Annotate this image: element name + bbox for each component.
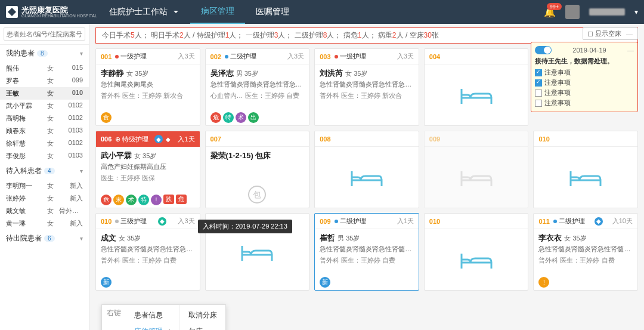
card-header: 007 xyxy=(206,131,309,147)
card-footer: ! xyxy=(534,275,637,290)
level-dot xyxy=(335,55,338,58)
menu-item[interactable]: 患者信息 xyxy=(126,307,179,323)
card-header: 010三级护理◆入3天 xyxy=(96,214,200,229)
minimize-icon[interactable]: — xyxy=(626,30,633,38)
patient-meta: 女 35岁 xyxy=(134,152,156,159)
card-header: 010 xyxy=(534,131,637,147)
bed-card[interactable]: 010三级护理◆入3天 成文女 35岁 急性肾髓炎肾髓炎肾急性肾急性肾… 普外科… xyxy=(95,213,200,291)
section-title[interactable]: 待入科患者4▾ xyxy=(0,162,89,180)
menu-item[interactable]: 床位管理› xyxy=(126,323,179,330)
tag-icon: 出 xyxy=(248,112,259,123)
station-name[interactable]: 住院护士工作站 xyxy=(109,7,168,17)
search-input[interactable] xyxy=(4,27,85,41)
note-item[interactable]: 注意事项 xyxy=(535,78,634,88)
context-menu[interactable]: 右键 患者信息床位管理›转科包床 取消分床包床换床 xyxy=(101,304,226,330)
card-header: 006⊕特级护理◆◆入1天 xyxy=(96,131,200,147)
patient-name: 李明翔一 xyxy=(6,181,47,190)
patient-bed: 0102 xyxy=(59,101,83,110)
section-count: 6 xyxy=(44,235,55,242)
note-item[interactable]: 注意事项 xyxy=(535,98,634,108)
patient-gender: 女 xyxy=(47,64,59,73)
patient-row[interactable]: 武小平霖女0102 xyxy=(0,100,89,112)
tag-icon: 食 xyxy=(101,112,112,123)
bed-card[interactable]: 010 xyxy=(533,131,638,208)
bed-card[interactable]: 003一级护理入3天 刘洪芮女 35岁 急性肾髓炎肾髓炎肾急性肾急性肾髓… 普外… xyxy=(314,48,419,126)
patient-name: 武小平霖 xyxy=(6,101,47,110)
bell-icon[interactable]: 🔔99+ xyxy=(544,7,556,18)
patient-bed: 新入 xyxy=(59,194,83,203)
bed-number: 007 xyxy=(210,135,221,143)
nurse-level: 特级护理 xyxy=(122,135,148,144)
bed-card[interactable]: 009二级护理入1天 崔哲男 35岁 急性肾髓炎肾髓炎肾急性肾髓急性肾… 普外科… xyxy=(314,213,419,291)
patient-bed: 099 xyxy=(59,76,83,85)
patient-row[interactable]: 李俊彤女0103 xyxy=(0,150,89,162)
bed-card[interactable]: 001一级护理入3天 李静静女 35岁 急性阑尾炎阑尾炎 普外科 医生：王婷婷 … xyxy=(95,48,200,126)
tag-icon: 特 xyxy=(138,195,149,205)
checkbox-icon[interactable] xyxy=(535,90,542,97)
bed-number: 010 xyxy=(101,218,112,225)
patient-row[interactable]: 罗春女099 xyxy=(0,75,89,87)
bed-card[interactable]: 002二级护理入3天 吴泽志男 35岁 急性肾髓炎肾髓炎肾急性肾急性肾髓… 心血… xyxy=(205,48,310,126)
patient-row[interactable]: 徐轩慧女0102 xyxy=(0,137,89,150)
patient-bed: 0102 xyxy=(59,139,83,148)
bed-number: 008 xyxy=(320,135,330,143)
patient-row[interactable]: 高明梅女0102 xyxy=(0,112,89,125)
diagnosis: 急性肾髓炎肾髓炎肾急性肾急性肾髓… xyxy=(320,80,414,89)
bed-card[interactable]: 006⊕特级护理◆◆入1天 武小平霖女 35岁 高危产妇妊娠期高血压 医生：王婷… xyxy=(95,131,200,208)
patient-name: 张婷婷 xyxy=(6,194,47,203)
tooltip-label: 入科时间： xyxy=(203,223,236,230)
station-dropdown-icon[interactable] xyxy=(174,11,178,13)
patient-name: 徐轩慧 xyxy=(6,139,47,148)
notepad-switch[interactable] xyxy=(535,46,552,54)
patient-name: 黄一琳 xyxy=(6,219,47,228)
chevron-down-icon[interactable]: ▾ xyxy=(634,8,638,16)
notepad[interactable]: 2019-04-19 — 接待王先生，数据需处理。 注意事项注意事项注意事项注意… xyxy=(531,42,638,112)
dept-info: 普外科 医生：王婷婷 新农合 xyxy=(320,91,414,100)
patient-row[interactable]: 熊伟女015 xyxy=(0,62,89,75)
menu-item[interactable]: 包床 xyxy=(180,323,225,330)
nav-tab[interactable]: 病区管理 xyxy=(190,0,245,24)
nurse-level: 一级护理 xyxy=(340,52,366,61)
hospital-en: GUANGXI REHABILITATION HOSPITAL xyxy=(21,14,97,18)
bed-icon xyxy=(459,83,494,107)
nav-tab[interactable]: 医嘱管理 xyxy=(245,0,300,24)
patient-row[interactable]: 李明翔一女新入 xyxy=(0,180,89,192)
bed-card[interactable]: 004 xyxy=(424,48,529,126)
show-empty-toggle[interactable]: 显示空床 — xyxy=(583,27,638,40)
bed-number: 004 xyxy=(429,53,440,60)
tag-icon: 危 xyxy=(176,195,187,204)
checkbox-icon[interactable] xyxy=(535,79,542,87)
checkbox-icon[interactable] xyxy=(535,69,542,76)
patient-bed: 0103 xyxy=(59,152,83,161)
checkbox-icon[interactable] xyxy=(535,100,542,107)
note-item[interactable]: 注意事项 xyxy=(535,88,634,98)
patient-row[interactable]: 黄一琳女新入 xyxy=(0,217,89,230)
patient-row[interactable]: 顾春东女0103 xyxy=(0,125,89,137)
patient-row[interactable]: 戴文敏女骨外科住院 xyxy=(0,205,89,217)
bed-card[interactable]: 009 xyxy=(424,131,529,208)
bed-card[interactable]: 010 xyxy=(424,213,529,291)
bed-card[interactable]: 008 xyxy=(314,131,419,208)
note-item[interactable]: 注意事项 xyxy=(535,67,634,78)
stay-days: 入1天 xyxy=(397,217,414,226)
bed-number: 002 xyxy=(210,53,221,60)
patient-gender: 女 xyxy=(47,152,59,161)
patient-row[interactable]: 张婷婷女新入 xyxy=(0,192,89,205)
section-title[interactable]: 我的患者8▾ xyxy=(0,45,89,62)
bed-card[interactable]: 007梁荣(1-2-15) 包床 包 xyxy=(205,131,310,208)
patient-row[interactable]: 王敏女010 xyxy=(0,87,89,100)
menu-item[interactable]: 取消分床 xyxy=(180,307,225,323)
tag-icon: ! xyxy=(538,277,549,288)
patient-gender: 女 xyxy=(47,101,59,110)
avatar[interactable] xyxy=(565,5,580,19)
nurse-level: 二级护理 xyxy=(230,52,256,61)
bed-card[interactable]: 011二级护理◆入10天 李衣衣女 35岁 急性肾髓炎肾髓炎肾急性肾髓急性肾… … xyxy=(533,213,638,291)
patient-name: 崔哲 xyxy=(320,233,335,242)
section-title[interactable]: 待出院患者6▾ xyxy=(0,230,89,247)
patient-meta: 女 35岁 xyxy=(564,235,586,242)
patient-gender: 女 xyxy=(47,127,59,135)
chevron-right-icon: › xyxy=(169,326,171,330)
user-name[interactable] xyxy=(589,8,625,16)
notif-badge: 99+ xyxy=(547,3,562,10)
minimize-icon[interactable]: — xyxy=(627,47,634,54)
